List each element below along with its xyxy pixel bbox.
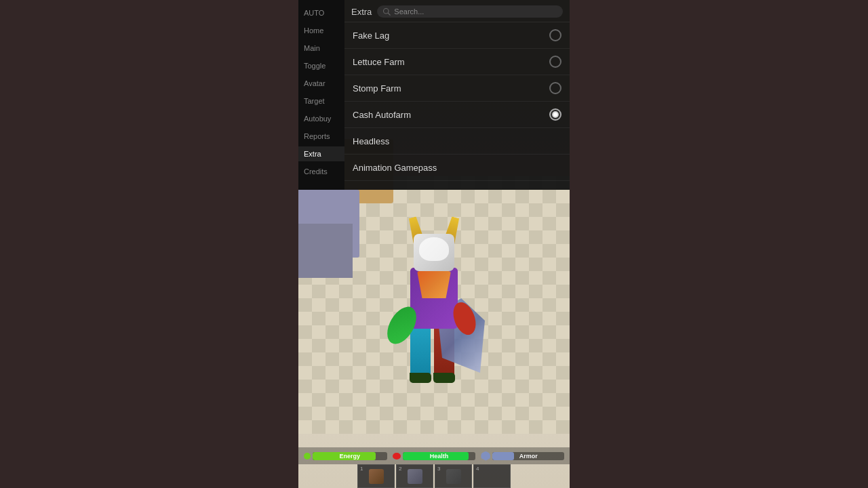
svg-line-1 — [389, 13, 391, 15]
char-body — [410, 268, 458, 329]
slot-1-number: 1 — [360, 466, 363, 472]
energy-bar-container: Energy — [313, 452, 387, 460]
nav-item-reports[interactable]: Reports — [298, 129, 344, 144]
slot-3-icon — [446, 469, 461, 484]
nav-item-target[interactable]: Target — [298, 94, 344, 108]
fake-lag-radio[interactable] — [549, 29, 561, 41]
search-icon — [382, 7, 391, 16]
content-header: Extra Search... — [344, 0, 570, 22]
nav-item-home[interactable]: Home — [298, 23, 344, 38]
hud-bar: Energy Health Armor — [298, 447, 570, 464]
nav-sidebar: AUTO Home Main Toggle Avatar Target Auto… — [298, 0, 344, 190]
energy-hud: Energy — [304, 452, 387, 460]
health-bar-container: Health — [403, 452, 476, 460]
slot-4-number: 4 — [476, 466, 479, 472]
armor-bar-container: Armor — [492, 452, 564, 460]
stomp-farm-label: Stomp Farm — [353, 83, 401, 94]
player-character — [390, 234, 478, 424]
nav-item-main[interactable]: Main — [298, 41, 344, 56]
nav-item-auto[interactable]: AUTO — [298, 5, 344, 20]
hotbar-slot-3[interactable]: 3 — [435, 464, 472, 488]
nav-item-credits[interactable]: Credits — [298, 164, 344, 179]
hotbar: 1 2 3 4 — [357, 464, 511, 488]
nav-item-extra[interactable]: Extra — [298, 146, 344, 161]
box2-furniture — [298, 224, 353, 278]
overlay-panel: AUTO Home Main Toggle Avatar Target Auto… — [298, 0, 570, 190]
animation-gamepass-radio-placeholder — [549, 161, 561, 174]
game-viewport: Energy Health Armor — [298, 0, 570, 488]
energy-label: Energy — [313, 452, 387, 460]
hotbar-slot-1[interactable]: 1 — [357, 464, 395, 488]
lettuce-farm-radio[interactable] — [549, 56, 561, 68]
stomp-farm-radio[interactable] — [549, 82, 561, 94]
menu-item-headless[interactable]: Headless — [344, 128, 570, 155]
armor-label: Armor — [492, 452, 564, 460]
menu-item-stomp-farm[interactable]: Stomp Farm — [344, 75, 570, 102]
animation-gamepass-label: Animation Gamepass — [353, 163, 437, 173]
slot-2-icon — [408, 469, 422, 484]
armor-hud: Armor — [481, 451, 564, 461]
slot-2-number: 2 — [399, 466, 401, 472]
hotbar-slot-4[interactable]: 4 — [473, 464, 511, 488]
left-panel — [0, 0, 298, 488]
nav-item-autobuy[interactable]: Autobuy — [298, 111, 344, 126]
armor-icon — [481, 451, 490, 461]
menu-item-fake-lag[interactable]: Fake Lag — [344, 22, 570, 49]
headless-label: Headless — [353, 136, 389, 146]
menu-list: Fake Lag Lettuce Farm Stomp Farm — [344, 22, 570, 190]
energy-icon — [304, 453, 311, 460]
hotbar-slot-2[interactable]: 2 — [396, 464, 433, 488]
headless-radio-placeholder — [549, 135, 561, 147]
slot-1-icon — [369, 469, 384, 484]
health-icon — [393, 453, 401, 460]
cash-autofarm-label: Cash Autofarm — [353, 110, 411, 120]
lettuce-farm-label: Lettuce Farm — [353, 57, 405, 67]
menu-item-cash-autofarm[interactable]: Cash Autofarm — [344, 102, 570, 128]
menu-item-animation-gamepass[interactable]: Animation Gamepass — [344, 155, 570, 181]
nav-item-toggle[interactable]: Toggle — [298, 58, 344, 73]
right-panel — [570, 0, 868, 488]
nav-item-avatar[interactable]: Avatar — [298, 76, 344, 91]
cash-autofarm-radio[interactable] — [549, 108, 561, 121]
content-area: Extra Search... Fake Lag — [344, 0, 570, 190]
search-bar[interactable]: Search... — [377, 5, 563, 18]
menu-item-lettuce-farm[interactable]: Lettuce Farm — [344, 49, 570, 75]
slot-3-number: 3 — [437, 466, 440, 472]
game-background: Energy Health Armor — [298, 0, 570, 488]
health-label: Health — [403, 452, 476, 460]
fake-lag-label: Fake Lag — [353, 30, 389, 41]
char-head — [414, 234, 454, 271]
health-hud: Health — [393, 452, 476, 460]
search-input[interactable]: Search... — [394, 7, 557, 16]
main-scene: Energy Health Armor — [0, 0, 868, 488]
tab-label: Extra — [351, 7, 372, 17]
